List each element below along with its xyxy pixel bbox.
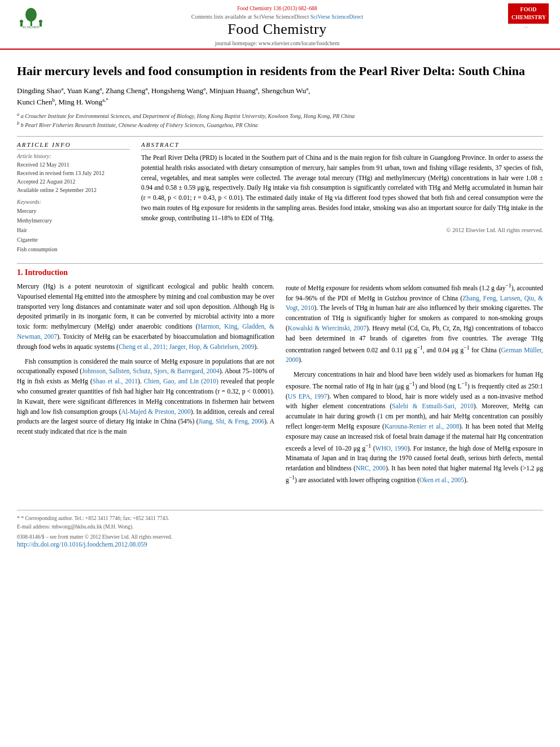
- divider-1: [17, 136, 543, 137]
- footer-email-note: E-mail address: mhwong@hkbu.edu.hk (M.H.…: [17, 523, 543, 531]
- food-chemistry-logo-box: FOODCHEMISTRY —: [504, 3, 549, 29]
- keywords-title: Keywords:: [17, 199, 130, 205]
- fc-logo-sub: —: [504, 25, 549, 29]
- doi-link[interactable]: http://dx.doi.org/10.1016/j.foodchem.201…: [17, 541, 147, 548]
- date-accepted: Accepted 22 August 2012: [17, 177, 130, 186]
- intro-para-3: route of MeHg exposure for residents who…: [286, 282, 543, 365]
- article-title: Hair mercury levels and food consumption…: [17, 63, 543, 80]
- svg-point-5: [39, 20, 42, 23]
- cite-who[interactable]: WHO, 1990: [375, 444, 408, 451]
- svg-rect-6: [40, 23, 42, 27]
- article-info-col: ARTICLE INFO Article history: Received 1…: [17, 141, 130, 254]
- keyword-3: Hair: [17, 227, 27, 233]
- cite-cheng[interactable]: Cheng et al., 2011; Jaeger, Hop, & Gabri…: [119, 343, 254, 350]
- elsevier-logo-box: ELSEVIER: [11, 3, 51, 29]
- cite-german[interactable]: German Müller, 2000: [286, 346, 543, 363]
- info-abstract-section: ARTICLE INFO Article history: Received 1…: [17, 141, 543, 254]
- article-history-dates: Received 12 May 2011 Received in revised…: [17, 160, 130, 194]
- intro-para-1: Mercury (Hg) is a potent neurotoxin of s…: [17, 282, 274, 352]
- cite-johnsson[interactable]: Johnsson, Sallsten, Schutz, Sjors, & Bar…: [82, 368, 220, 374]
- journal-ref: Food Chemistry 136 (2013) 682–688: [51, 6, 504, 11]
- intro-para-4: Mercury concentrations in hair and blood…: [286, 370, 543, 485]
- contents-line: Contents lists available at SciVerse Sci…: [51, 14, 504, 20]
- sciverse-link[interactable]: SciVerse ScienceDirect: [310, 14, 364, 20]
- article-history-title: Article history:: [17, 153, 130, 159]
- intro-title: 1. Introduction: [17, 268, 543, 277]
- affiliations: a a Croucher Institute for Environmental…: [17, 111, 543, 129]
- cite-jiang[interactable]: Jiang, Shi, & Feng, 2006: [198, 418, 264, 425]
- page-footer: * * Corresponding author. Tel.: +852 341…: [17, 510, 543, 549]
- keyword-5: Fish consumption: [17, 246, 57, 252]
- date-revised: Received in revised form 13 July 2012: [17, 169, 130, 177]
- journal-name: Food Chemistry: [51, 21, 504, 38]
- cite-zhang[interactable]: Zhang, Feng, Larssen, Qiu, & Vogt, 2010: [286, 295, 543, 312]
- cite-chien[interactable]: Chien, Gao, and Lin (2010): [144, 378, 218, 385]
- keyword-4: Cigarette: [17, 237, 38, 243]
- date-online: Available online 2 September 2012: [17, 186, 130, 194]
- date-received: Received 12 May 2011: [17, 160, 130, 169]
- cite-shao[interactable]: Shao et al., 2011: [93, 378, 138, 385]
- elsevier-logo-icon: ELSEVIER: [16, 3, 47, 29]
- abstract-text: The Pearl River Delta (PRD) is located i…: [141, 153, 543, 224]
- intro-para-2: Fish consumption is considered the main …: [17, 357, 274, 438]
- abstract-heading: ABSTRACT: [141, 141, 543, 150]
- affiliation-b: b b Pearl River Fisheries Research Insti…: [17, 122, 258, 128]
- footer-corresponding-note: * * Corresponding author. Tel.: +852 341…: [17, 514, 543, 522]
- intro-right-col: route of MeHg exposure for residents who…: [286, 282, 543, 490]
- article-info-heading: ARTICLE INFO: [17, 141, 130, 150]
- cite-usepa[interactable]: US EPA, 1997: [288, 393, 327, 400]
- cite-harmon[interactable]: Harmon, King, Gladden, & Newman, 2007: [17, 323, 274, 340]
- cite-salehi[interactable]: Salehi & Esmaili-Sari, 2010: [392, 403, 473, 409]
- journal-header: ELSEVIER Food Chemistry 136 (2013) 682–6…: [0, 0, 560, 50]
- affiliation-a: a a Croucher Institute for Environmental…: [17, 113, 355, 119]
- fc-logo: FOODCHEMISTRY: [508, 3, 549, 24]
- keyword-2: Methylmercury: [17, 217, 52, 224]
- svg-point-3: [20, 20, 23, 23]
- cite-almajed[interactable]: Al-Majed & Preston, 2000: [121, 408, 191, 415]
- journal-header-center: Food Chemistry 136 (2013) 682–688 Conten…: [51, 3, 504, 49]
- cite-kowalski[interactable]: Kowalski & Wiercinski, 2007: [288, 325, 366, 331]
- svg-point-2: [25, 8, 37, 21]
- journal-homepage: journal homepage: www.elsevier.com/locat…: [51, 40, 504, 46]
- keywords-list: Mercury Methylmercury Hair Cigarette Fis…: [17, 206, 130, 254]
- footer-issn: 0308-8146/$ – see front matter © 2012 El…: [17, 534, 543, 540]
- intro-body: Mercury (Hg) is a potent neurotoxin of s…: [17, 282, 543, 490]
- main-content: Hair mercury levels and food consumption…: [0, 50, 560, 501]
- cite-oken[interactable]: Oken et al., 2005: [419, 477, 464, 483]
- abstract-col: ABSTRACT The Pearl River Delta (PRD) is …: [141, 141, 543, 254]
- footer-doi: http://dx.doi.org/10.1016/j.foodchem.201…: [17, 540, 543, 549]
- intro-section: 1. Introduction Mercury (Hg) is a potent…: [17, 268, 543, 490]
- keyword-1: Mercury: [17, 208, 36, 214]
- cite-karouna[interactable]: Karouna-Renier et al., 2008: [384, 423, 459, 430]
- copyright-line: © 2012 Elsevier Ltd. All rights reserved…: [141, 227, 543, 233]
- authors-line: Dingding Shaoa, Yuan Kanga, Zhang Chenga…: [17, 85, 543, 108]
- intro-left-col: Mercury (Hg) is a potent neurotoxin of s…: [17, 282, 274, 490]
- svg-text:ELSEVIER: ELSEVIER: [23, 25, 40, 29]
- cite-nrc[interactable]: NRC, 2000: [356, 465, 386, 471]
- divider-2: [17, 263, 543, 264]
